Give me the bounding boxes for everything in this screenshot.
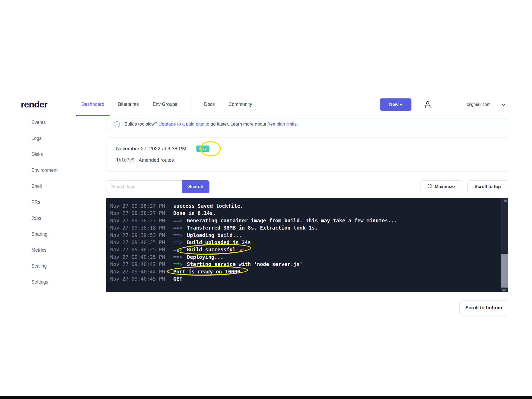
nav-link-dashboard[interactable]: Dashboard bbox=[75, 93, 111, 116]
log-line: Nov 27 09:38:27 PM==>Generating containe… bbox=[110, 218, 497, 225]
sidebar-item-prs[interactable]: PRs bbox=[31, 194, 95, 210]
terminal-log-lines: Nov 27 09:38:27 PMsuccess Saved lockfile… bbox=[110, 203, 497, 283]
log-arrow-icon: ==> bbox=[173, 232, 182, 238]
user-avatar-icon[interactable] bbox=[423, 100, 432, 109]
scrollbar-thumb[interactable] bbox=[501, 254, 508, 288]
nav-link-blueprints[interactable]: Blueprints bbox=[111, 93, 146, 116]
log-message: GET bbox=[173, 276, 182, 282]
terminal-scrollbar bbox=[501, 198, 508, 292]
log-line: Nov 27 09:40:25 PM==>Deploying... bbox=[110, 254, 497, 261]
nav-divider bbox=[191, 96, 191, 113]
chevron-down-icon[interactable] bbox=[501, 102, 506, 107]
banner-text-after: . bbox=[296, 122, 298, 127]
banner-text: Builds too slow? Upgrade to a paid plan … bbox=[125, 122, 298, 127]
upgrade-plan-link[interactable]: Upgrade to a paid plan bbox=[159, 122, 204, 127]
nav-right-group: New + · @gmail.com bbox=[380, 98, 506, 111]
maximize-button[interactable]: Maximize bbox=[420, 180, 462, 193]
nav-link-docs[interactable]: Docs bbox=[197, 93, 222, 116]
log-terminal: Nov 27 09:38:27 PMsuccess Saved lockfile… bbox=[106, 198, 508, 292]
log-toolbar: Search Maximize Scroll to top bbox=[106, 180, 508, 193]
deploy-card: November 27, 2022 at 9:38 PM Live 1b1e7c… bbox=[106, 137, 508, 172]
search-logs-input[interactable] bbox=[106, 180, 182, 193]
log-timestamp: Nov 27 09:38:27 PM bbox=[110, 203, 168, 209]
search-button[interactable]: Search bbox=[182, 180, 209, 193]
log-arrow-icon: ==> bbox=[173, 261, 182, 267]
deploy-date: November 27, 2022 at 9:38 PM bbox=[116, 146, 186, 152]
sidebar-item-settings[interactable]: Settings bbox=[31, 274, 95, 290]
log-message: Done in 8.14s. bbox=[173, 210, 216, 216]
sidebar-item-metrics[interactable]: Metrics bbox=[31, 242, 95, 258]
free-plan-banner: i Builds too slow? Upgrade to a paid pla… bbox=[106, 118, 508, 130]
log-message: Deploying... bbox=[187, 254, 223, 260]
log-arrow-icon: ==> bbox=[173, 225, 182, 231]
nav-links: DashboardBlueprintsEnv GroupsDocsCommuni… bbox=[75, 93, 259, 116]
sidebar-item-jobs[interactable]: Jobs bbox=[31, 210, 95, 226]
log-line: Nov 27 09:40:42 PM==>Starting service wi… bbox=[110, 261, 497, 268]
log-line: Nov 27 09:40:25 PM==>Build uploaded in 2… bbox=[110, 239, 497, 247]
maximize-icon bbox=[427, 184, 432, 190]
deploy-header: November 27, 2022 at 9:38 PM Live bbox=[116, 146, 498, 152]
service-sidebar: EventsLogsDisksEnvironmentShellPRsJobsSh… bbox=[31, 114, 95, 290]
live-status-badge: Live bbox=[196, 146, 209, 152]
log-timestamp: Nov 27 09:40:25 PM bbox=[110, 239, 168, 245]
log-line: Nov 27 09:38:27 PMsuccess Saved lockfile… bbox=[110, 203, 497, 210]
bottom-black-bar bbox=[0, 396, 532, 399]
log-message: Generating container image from build. T… bbox=[187, 218, 397, 223]
log-line: Nov 27 09:38:18 PM==>Transferred 38MB in… bbox=[110, 225, 497, 232]
log-message: Starting service with 'node server.js' bbox=[187, 261, 303, 267]
log-timestamp: Nov 27 09:39:53 PM bbox=[110, 232, 168, 238]
log-line: Nov 27 09:38:27 PMDone in 8.14s. bbox=[110, 210, 497, 217]
new-button[interactable]: New + bbox=[380, 98, 411, 111]
sidebar-item-events[interactable]: Events bbox=[31, 114, 95, 130]
top-navbar: render DashboardBlueprintsEnv GroupsDocs… bbox=[0, 93, 532, 116]
nav-link-community[interactable]: Community bbox=[222, 93, 259, 116]
log-line: Nov 27 09:40:44 PMPort is ready on 10000 bbox=[110, 269, 497, 276]
log-message: success Saved lockfile. bbox=[173, 203, 243, 209]
log-toolbar-right: Maximize Scroll to top bbox=[420, 180, 508, 193]
log-timestamp: Nov 27 09:40:44 PM bbox=[110, 269, 168, 275]
scrollbar-down-arrow-icon[interactable] bbox=[501, 286, 508, 292]
scroll-to-bottom-button[interactable]: Scroll to bottom bbox=[459, 300, 508, 315]
deploy-commit-row: 1b1e7c9 Amended routes bbox=[116, 157, 498, 163]
log-arrow-icon: ==> bbox=[173, 218, 182, 223]
sidebar-item-sharing[interactable]: Sharing bbox=[31, 226, 95, 242]
sidebar-item-environment[interactable]: Environment bbox=[31, 162, 95, 178]
render-dashboard-page: render DashboardBlueprintsEnv GroupsDocs… bbox=[0, 0, 532, 399]
log-timestamp: Nov 27 09:38:27 PM bbox=[110, 210, 168, 216]
user-email[interactable]: · @gmail.com bbox=[464, 102, 490, 107]
sidebar-item-logs[interactable]: Logs bbox=[31, 130, 95, 146]
party-popper-icon bbox=[239, 247, 244, 253]
log-line: Nov 27 09:39:53 PM==>Uploading build... bbox=[110, 232, 497, 239]
banner-text-before: Builds too slow? bbox=[125, 122, 159, 127]
sidebar-item-scaling[interactable]: Scaling bbox=[31, 258, 95, 274]
log-timestamp: Nov 27 09:40:25 PM bbox=[110, 247, 168, 252]
commit-message: Amended routes bbox=[139, 157, 174, 163]
log-timestamp: Nov 27 09:40:25 PM bbox=[110, 254, 168, 260]
scrollbar-up-arrow-icon[interactable] bbox=[501, 198, 508, 204]
log-footer-row: Scroll to bottom bbox=[106, 300, 508, 315]
log-timestamp: Nov 27 09:38:18 PM bbox=[110, 225, 168, 231]
log-message: Uploading build... bbox=[187, 232, 242, 238]
free-plan-limits-link[interactable]: free plan limits bbox=[267, 122, 297, 127]
log-message: Transferred 38MB in 8s. Extraction took … bbox=[187, 225, 318, 231]
maximize-label: Maximize bbox=[435, 184, 455, 189]
log-message: Build uploaded in 24s bbox=[187, 239, 251, 245]
main-content: i Builds too slow? Upgrade to a paid pla… bbox=[106, 118, 508, 315]
log-timestamp: Nov 27 09:40:42 PM bbox=[110, 261, 168, 267]
info-icon: i bbox=[114, 121, 120, 127]
render-logo[interactable]: render bbox=[21, 99, 51, 110]
sidebar-item-shell[interactable]: Shell bbox=[31, 178, 95, 194]
commit-hash-link[interactable]: 1b1e7c9 bbox=[116, 157, 134, 163]
log-arrow-icon: ==> bbox=[173, 254, 182, 260]
log-arrow-icon: ==> bbox=[173, 247, 182, 252]
nav-link-env-groups[interactable]: Env Groups bbox=[146, 93, 184, 116]
sidebar-item-disks[interactable]: Disks bbox=[31, 146, 95, 162]
banner-text-middle: to go faster. Learn more about bbox=[204, 122, 267, 127]
log-message: Build successful bbox=[187, 247, 236, 252]
log-message: Port is ready on 10000 bbox=[173, 269, 240, 275]
log-timestamp: Nov 27 09:38:27 PM bbox=[110, 218, 168, 223]
scroll-to-top-button[interactable]: Scroll to top bbox=[467, 180, 508, 193]
log-timestamp: Nov 27 09:40:45 PM bbox=[110, 276, 168, 282]
log-arrow-icon: ==> bbox=[173, 239, 182, 245]
log-line: Nov 27 09:40:25 PM==>Build successful bbox=[110, 247, 497, 254]
